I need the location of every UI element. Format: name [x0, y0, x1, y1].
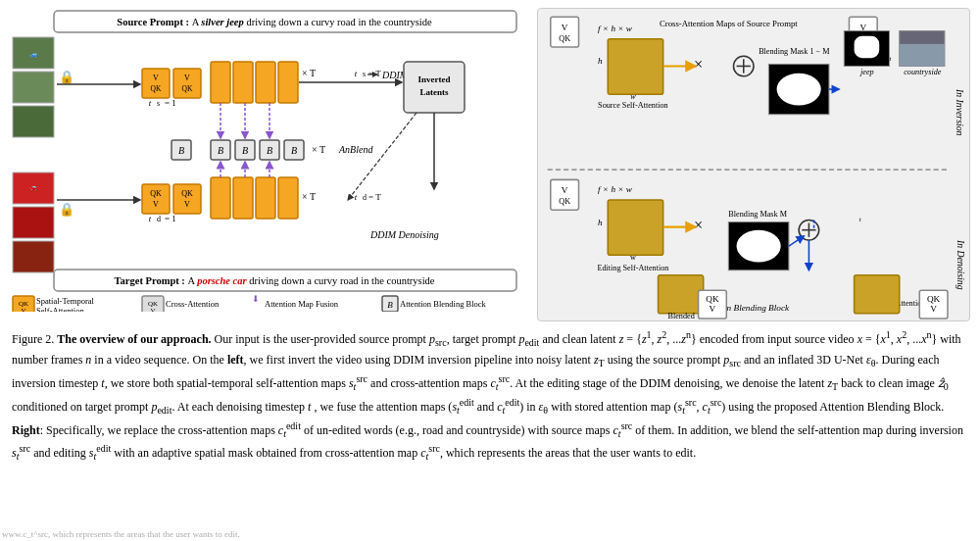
svg-text:🚗: 🚗: [29, 182, 38, 191]
svg-text:Blending Mask 1 − M: Blending Mask 1 − M: [759, 47, 830, 56]
svg-text:f × h × w: f × h × w: [598, 24, 633, 33]
svg-text:× T: × T: [312, 144, 325, 155]
svg-rect-107: [855, 36, 880, 59]
svg-text:V: V: [184, 200, 190, 209]
svg-text:Attention Blending Block: Attention Blending Block: [400, 299, 487, 309]
svg-rect-23: [211, 62, 230, 103]
svg-rect-57: [233, 177, 253, 219]
svg-text:×: ×: [694, 55, 703, 74]
svg-text:t: t: [859, 216, 861, 222]
watermark: www.c_t^src, which represents the areas …: [2, 529, 240, 539]
svg-text:V: V: [153, 200, 159, 209]
fig-bold-title: The overview of our approach.: [57, 332, 211, 346]
svg-text:V: V: [562, 23, 568, 32]
svg-text:s: s: [157, 99, 160, 108]
svg-text:⬇: ⬇: [252, 294, 260, 304]
svg-text:QK: QK: [559, 197, 570, 206]
svg-text:V: V: [562, 185, 568, 195]
svg-text:V: V: [710, 304, 716, 314]
right-diagram-svg: In Inversion In Denoising V QK V QK f × …: [538, 9, 969, 320]
svg-text:Attention Map Fusion: Attention Map Fusion: [265, 299, 339, 309]
svg-text:V: V: [930, 304, 937, 314]
svg-text:countryside: countryside: [904, 68, 942, 76]
svg-text:Editing Self-Attention: Editing Self-Attention: [597, 264, 668, 272]
svg-rect-59: [278, 177, 298, 219]
svg-rect-9: [13, 241, 54, 272]
svg-text:t: t: [355, 192, 358, 202]
svg-text:t: t: [149, 214, 152, 223]
svg-text:d: d: [157, 215, 161, 223]
svg-text:= 1: = 1: [165, 98, 176, 108]
svg-text:🔒: 🔒: [59, 69, 75, 85]
svg-text:Cross-Attention: Cross-Attention: [166, 299, 220, 309]
svg-text:QK: QK: [706, 294, 719, 304]
svg-text:= T: = T: [368, 192, 381, 202]
svg-text:= T: = T: [368, 69, 381, 78]
figure-caption: Figure 2. The overview of our approach. …: [10, 321, 970, 467]
svg-text:V: V: [153, 74, 159, 82]
svg-text:t: t: [149, 98, 152, 108]
svg-rect-26: [278, 62, 298, 103]
svg-rect-24: [233, 62, 253, 103]
svg-text:h: h: [598, 218, 603, 227]
svg-text:QK: QK: [927, 294, 941, 304]
fig-number: Figure 2.: [12, 332, 54, 346]
svg-text:In Inversion: In Inversion: [955, 88, 965, 135]
svg-text:QK: QK: [181, 189, 193, 198]
svg-rect-128: [608, 200, 662, 255]
svg-text:V: V: [859, 23, 866, 32]
svg-text:× T: × T: [302, 68, 316, 78]
svg-text:×: ×: [694, 216, 703, 234]
svg-text:AnBlend: AnBlend: [338, 144, 373, 155]
svg-text:Self-Attention: Self-Attention: [36, 306, 84, 312]
svg-text:f × h × w: f × h × w: [598, 184, 633, 194]
svg-text:Blending Mask M: Blending Mask M: [728, 210, 787, 219]
svg-rect-5: [13, 72, 54, 103]
svg-text:Blended: Blended: [667, 312, 694, 320]
svg-text:t: t: [889, 55, 891, 62]
left-diagram: Source Prompt : A silver jeep driving do…: [10, 8, 529, 321]
right-diagram: In Inversion In Denoising V QK V QK f × …: [537, 8, 970, 321]
svg-text:QK: QK: [151, 84, 162, 93]
svg-line-70: [348, 113, 416, 200]
svg-text:🚙: 🚙: [29, 50, 38, 59]
svg-text:Latents: Latents: [420, 87, 449, 97]
svg-text:jeep: jeep: [859, 68, 874, 76]
svg-text:s: s: [363, 70, 366, 78]
svg-rect-103: [608, 39, 662, 94]
svg-text:In Denoising: In Denoising: [956, 239, 966, 290]
svg-text:QK: QK: [182, 84, 193, 93]
svg-text:Spatial-Temporal: Spatial-Temporal: [36, 296, 95, 306]
svg-text:Source Prompt : 
            A: Source Prompt : A silver jeep driving do…: [117, 17, 432, 27]
svg-text:V: V: [21, 307, 25, 312]
svg-text:V: V: [184, 74, 190, 82]
svg-text:V: V: [150, 307, 155, 312]
svg-text:d: d: [363, 193, 367, 202]
svg-rect-56: [211, 177, 230, 219]
svg-text:= 1: = 1: [165, 214, 176, 223]
svg-text:× T: × T: [302, 191, 316, 202]
svg-text:DDIM Denoising: DDIM Denoising: [369, 229, 439, 240]
svg-text:QK: QK: [559, 34, 570, 43]
svg-text:B: B: [267, 145, 272, 156]
svg-text:B: B: [242, 145, 248, 156]
svg-rect-58: [256, 177, 275, 219]
svg-text:Target Prompt : 
            A: Target Prompt : A porsche car driving do…: [115, 275, 435, 286]
svg-rect-143: [855, 275, 900, 314]
svg-text:h: h: [598, 56, 603, 66]
left-diagram-inner: Source Prompt : A silver jeep driving do…: [10, 8, 529, 312]
svg-text:🔒: 🔒: [59, 201, 75, 218]
diagrams-row: Source Prompt : A silver jeep driving do…: [10, 8, 970, 321]
svg-text:B: B: [178, 145, 184, 156]
main-container: Source Prompt : A silver jeep driving do…: [0, 0, 980, 541]
svg-rect-8: [13, 207, 54, 238]
svg-point-119: [777, 74, 821, 106]
svg-text:QK: QK: [150, 189, 162, 198]
svg-rect-139: [659, 275, 704, 314]
svg-text:B: B: [291, 145, 297, 156]
svg-rect-25: [256, 62, 275, 103]
svg-text:B: B: [387, 300, 393, 310]
svg-text:Cross-Attention Maps of Source: Cross-Attention Maps of Source Prompt: [660, 19, 798, 28]
svg-text:B: B: [218, 145, 223, 156]
svg-text:Source Self-Attention: Source Self-Attention: [598, 101, 668, 110]
